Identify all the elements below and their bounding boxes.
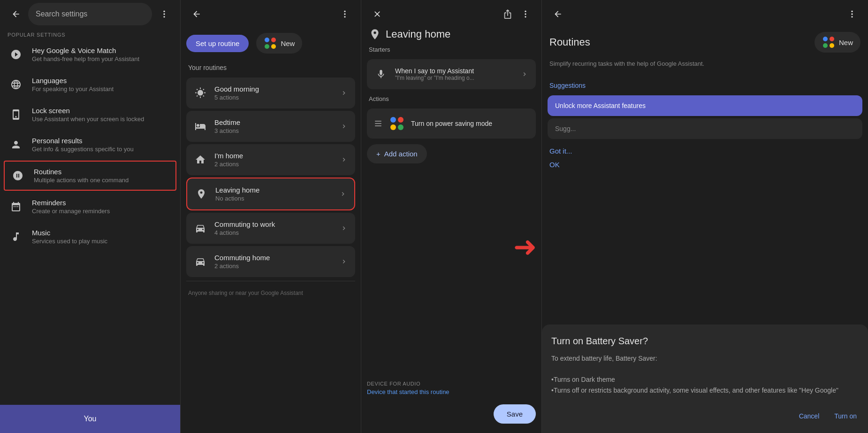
suggestion-card-placeholder[interactable]: Sugg... [548, 118, 862, 139]
home-icon [193, 152, 208, 167]
im-home-title: I'm home [214, 152, 333, 160]
overflow-menu-button[interactable] [156, 6, 173, 23]
suggestion-placeholder-text: Sugg... [555, 125, 576, 132]
personal-results-icon [8, 136, 24, 153]
panel3-location-icon [369, 28, 381, 40]
commuting-work-chevron [339, 224, 349, 233]
ok-button[interactable]: OK [542, 159, 868, 170]
routine-item-good-morning[interactable]: Good morning 5 actions [186, 77, 355, 108]
routine-item-leaving-home[interactable]: Leaving home No actions [186, 178, 355, 210]
personal-results-text: Personal results Get info & suggestions … [32, 137, 173, 153]
svg-point-6 [265, 38, 269, 42]
popular-settings-label: POPULAR SETTINGS [0, 28, 180, 39]
save-button[interactable]: Save [494, 404, 536, 424]
im-home-text: I'm home 2 actions [214, 152, 333, 168]
new-btn-label: New [281, 39, 295, 47]
add-plus-icon: + [376, 150, 381, 158]
personal-results-title: Personal results [32, 137, 173, 145]
sidebar-item-reminders[interactable]: Reminders Create or manage reminders [0, 192, 180, 222]
got-it-button[interactable]: Got it... [542, 141, 868, 159]
dialog-body-text: To extend battery life, Battery Saver:•T… [551, 355, 838, 394]
panel2-back-button[interactable] [188, 6, 205, 23]
unlock-banner[interactable]: Unlock more Assistant features [548, 95, 862, 116]
commuting-home-chevron [339, 257, 349, 266]
sidebar-item-personal-results[interactable]: Personal results Get info & suggestions … [0, 130, 180, 160]
lock-screen-icon [8, 106, 24, 123]
routine-item-bedtime[interactable]: Bedtime 3 actions [186, 111, 355, 142]
routine-item-commuting-home[interactable]: Commuting home 2 actions [186, 246, 355, 277]
sidebar-item-hey-google[interactable]: Hey Google & Voice Match Get hands-free … [0, 39, 180, 70]
languages-title: Languages [32, 77, 173, 85]
lock-screen-sub: Use Assistant when your screen is locked [32, 116, 173, 123]
starters-section-label: Starters [361, 42, 541, 57]
battery-saver-dialog: Turn on Battery Saver? To extend battery… [542, 325, 868, 433]
add-action-label: Add action [384, 150, 418, 158]
sun-icon [193, 85, 208, 101]
commute-home-icon [193, 254, 208, 269]
bedtime-sub: 3 actions [214, 127, 333, 134]
hey-google-icon [8, 46, 24, 63]
panel3-close-button[interactable] [369, 6, 386, 23]
good-morning-title: Good morning [214, 85, 333, 93]
sidebar-item-languages[interactable]: Languages For speaking to your Assistant [0, 70, 180, 100]
sidebar-item-lock-screen[interactable]: Lock screen Use Assistant when your scre… [0, 100, 180, 130]
action-card-power-saving[interactable]: Turn on power saving mode [367, 108, 536, 139]
settings-top-bar: Search settings [0, 0, 180, 28]
back-button[interactable] [8, 6, 24, 23]
starter-text: When I say to my Assistant "I'm leaving"… [395, 67, 513, 81]
device-value: Device that started this routine [367, 388, 536, 395]
svg-point-16 [823, 37, 828, 41]
leaving-home-sub: No actions [215, 195, 332, 202]
panel3-header [361, 0, 541, 28]
svg-point-10 [525, 11, 526, 12]
panel3-overflow-button[interactable] [517, 6, 534, 23]
panel4-subtitle: Simplify recurring tasks with the help o… [542, 54, 868, 74]
setup-routine-button[interactable]: Set up routine [186, 35, 249, 52]
dialog-cancel-button[interactable]: Cancel [797, 409, 822, 424]
svg-point-3 [344, 11, 345, 12]
panel2-overflow-button[interactable] [336, 6, 353, 23]
new-routine-button[interactable]: New [256, 33, 302, 54]
commuting-home-title: Commuting home [214, 254, 333, 262]
settings-panel: Search settings POPULAR SETTINGS Hey Goo… [0, 0, 181, 433]
panel4-new-label: New [839, 39, 853, 46]
sidebar-item-routines[interactable]: Routines Multiple actions with one comma… [4, 161, 176, 191]
hey-google-sub: Get hands-free help from your Assistant [32, 55, 173, 62]
routine-item-commuting-work[interactable]: Commuting to work 4 actions [186, 213, 355, 244]
dialog-confirm-button[interactable]: Turn on [832, 409, 859, 424]
languages-sub: For speaking to your Assistant [32, 85, 173, 93]
sidebar-item-music[interactable]: Music Services used to play music [0, 222, 180, 252]
routines-icon [9, 167, 26, 184]
suggestions-label: Suggestions [542, 74, 868, 93]
routines-list-panel: Set up routine New Your routines Good mo… [181, 0, 361, 433]
svg-point-5 [344, 16, 345, 17]
im-home-sub: 2 actions [214, 161, 333, 168]
leaving-home-chevron [338, 189, 348, 199]
svg-point-1 [163, 13, 165, 15]
search-bar[interactable]: Search settings [28, 3, 152, 25]
leaving-home-panel: Leaving home Starters When I say to my A… [361, 0, 542, 433]
divider [186, 281, 355, 281]
leaving-home-title: Leaving home [215, 186, 332, 194]
google-assistant-icon [389, 116, 404, 131]
svg-point-19 [830, 43, 834, 48]
languages-icon [8, 76, 24, 93]
good-morning-chevron [339, 88, 349, 98]
svg-point-13 [851, 11, 853, 12]
add-action-button[interactable]: + Add action [367, 144, 427, 163]
starter-item[interactable]: When I say to my Assistant "I'm leaving"… [367, 59, 536, 89]
hey-google-title: Hey Google & Voice Match [32, 46, 173, 54]
panel4-google-plus-icon [822, 36, 835, 49]
you-tab-label: You [84, 415, 97, 423]
routine-item-im-home[interactable]: I'm home 2 actions [186, 144, 355, 175]
bedtime-text: Bedtime 3 actions [214, 118, 333, 134]
panel4-overflow-button[interactable] [844, 6, 860, 23]
share-icon[interactable] [500, 7, 515, 22]
panel4-back-button[interactable] [549, 6, 566, 23]
personal-results-sub: Get info & suggestions specific to you [32, 146, 173, 153]
panel3-title: Leaving home [386, 28, 450, 40]
you-tab[interactable]: You [0, 405, 180, 433]
commuting-home-text: Commuting home 2 actions [214, 254, 333, 270]
panel4-new-button[interactable]: New [815, 32, 860, 53]
routines-panel-title: Routines [549, 36, 590, 48]
